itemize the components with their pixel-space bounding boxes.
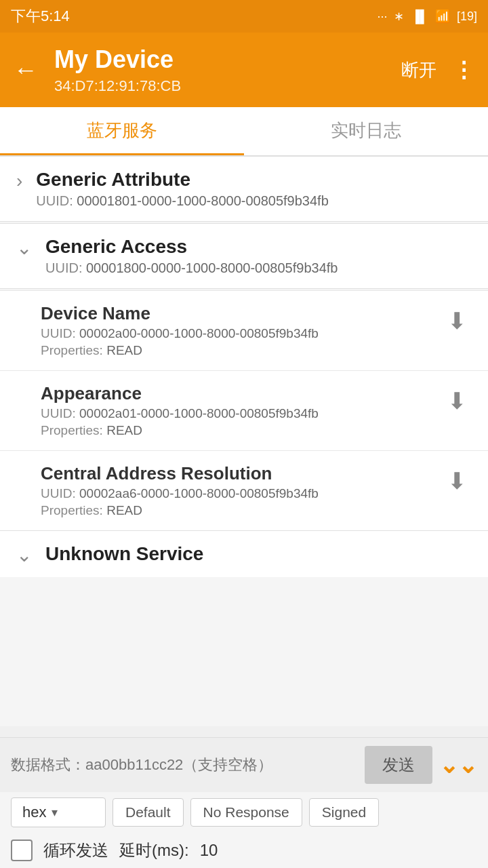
char-uuid: UUID: 00002aa6-0000-1000-8000-00805f9b34… [41,486,319,501]
dropdown-arrow-icon: ▾ [52,805,58,820]
read-icon[interactable]: ⬇ [447,467,466,494]
char-properties: Properties: READ [41,343,319,358]
more-options-button[interactable]: ⋮ [453,57,474,83]
read-icon[interactable]: ⬇ [447,307,466,334]
signal-bars-icon: ▐▌ [411,9,428,24]
service-name: Generic Access [45,236,338,258]
cycle-label: 循环发送 [43,840,108,861]
status-icons: ··· ∗ ▐▌ 📶 [19] [377,9,477,24]
characteristic-central-address[interactable]: Central Address Resolution UUID: 00002aa… [0,450,488,530]
delay-label: 延时(ms): [119,840,189,861]
char-uuid: UUID: 00002a00-0000-1000-8000-00805f9b34… [41,326,319,341]
options-row: hex ▾ Default No Response Signed [0,792,488,833]
status-bar: 下午5:14 ··· ∗ ▐▌ 📶 [19] [0,0,488,33]
service-uuid: UUID: 00001800-0000-1000-8000-00805f9b34… [45,260,338,276]
battery-icon: [19] [457,9,477,24]
format-value: hex [22,804,46,821]
char-properties: Properties: READ [41,503,319,518]
back-button[interactable]: ← [14,58,38,82]
char-name: Central Address Resolution [41,463,319,484]
tab-realtime-log[interactable]: 实时日志 [244,107,488,155]
service-generic-attribute[interactable]: › Generic Attribute UUID: 00001801-0000-… [0,156,488,222]
service-generic-access[interactable]: ⌄ Generic Access UUID: 00001800-0000-100… [0,223,488,289]
service-uuid: UUID: 00001801-0000-1000-8000-00805f9b34… [36,193,328,209]
service-list: › Generic Attribute UUID: 00001801-0000-… [0,156,488,726]
service-name: Unknown Service [45,543,203,565]
status-time: 下午5:14 [11,6,70,26]
bluetooth-icon: ∗ [394,9,404,24]
data-input[interactable] [11,745,358,785]
send-button[interactable]: 发送 [365,746,432,784]
tabs-bar: 蓝牙服务 实时日志 [0,107,488,156]
input-row: 发送 ⌄⌄ [0,738,488,792]
app-bar-title-block: My Device 34:D7:12:91:78:CB [54,45,385,94]
char-name: Appearance [41,383,319,404]
service-name: Generic Attribute [36,169,328,191]
expand-chevron-icon[interactable]: ⌄⌄ [439,751,477,778]
wifi-icon: 📶 [435,9,450,24]
char-properties: Properties: READ [41,423,319,438]
service-unknown[interactable]: ⌄ Unknown Service [0,530,488,577]
format-select[interactable]: hex ▾ [11,797,106,827]
page-title: My Device [54,45,385,74]
chevron-right-icon: › [16,172,22,191]
chevron-down-icon: ⌄ [16,546,32,565]
chevron-down-icon: ⌄ [16,239,32,258]
bottom-spacer [0,577,488,726]
cycle-checkbox[interactable] [11,840,33,861]
app-bar-actions: 断开 ⋮ [401,57,474,83]
read-icon[interactable]: ⬇ [447,387,466,414]
cycle-row: 循环发送 延时(ms): 10 [0,833,488,868]
characteristic-appearance[interactable]: Appearance UUID: 00002a01-0000-1000-8000… [0,370,488,450]
disconnect-button[interactable]: 断开 [401,58,436,82]
characteristic-device-name[interactable]: Device Name UUID: 00002a00-0000-1000-800… [0,290,488,370]
app-bar: ← My Device 34:D7:12:91:78:CB 断开 ⋮ [0,33,488,107]
signal-dots-icon: ··· [377,9,387,24]
delay-value: 10 [200,841,218,860]
write-no-response-button[interactable]: No Response [190,798,302,827]
char-uuid: UUID: 00002a01-0000-1000-8000-00805f9b34… [41,406,319,421]
device-address: 34:D7:12:91:78:CB [54,77,385,95]
write-default-button[interactable]: Default [113,798,184,827]
bottom-bar: 发送 ⌄⌄ hex ▾ Default No Response Signed 循… [0,737,488,868]
tab-bluetooth-services[interactable]: 蓝牙服务 [0,107,244,155]
write-signed-button[interactable]: Signed [309,798,379,827]
char-name: Device Name [41,303,319,324]
